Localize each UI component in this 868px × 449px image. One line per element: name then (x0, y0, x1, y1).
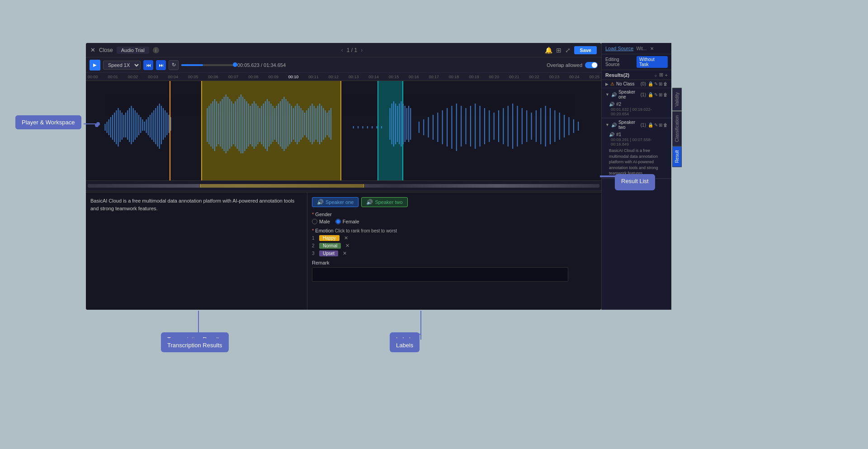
copy2-icon[interactable]: ⊞ (659, 81, 662, 86)
loop-button[interactable]: ↻ (169, 60, 179, 70)
speaker-two-wave-icon: 🔊 (611, 123, 617, 128)
svg-rect-119 (406, 108, 407, 140)
bell-icon[interactable]: 🔔 (545, 47, 552, 54)
svg-rect-70 (270, 104, 271, 144)
svg-rect-81 (291, 106, 292, 142)
male-option[interactable]: Male (312, 219, 330, 224)
delete2-icon[interactable]: 🗑 (663, 92, 668, 97)
item-1-icon: 🔊 (609, 132, 614, 137)
speaker-two-tab[interactable]: 🔊 Speaker two (361, 197, 407, 207)
result-item-2-header[interactable]: 🔊 #2 (609, 102, 668, 107)
svg-rect-0 (104, 124, 105, 131)
edit-icon[interactable]: ✎ (654, 81, 658, 86)
svg-rect-65 (261, 106, 262, 144)
transcription-text: BasicAI Cloud is a free multimodal data … (90, 197, 302, 212)
speaker-one-tab[interactable]: 🔊 Speaker one (312, 197, 359, 207)
edit3-icon[interactable]: ✎ (654, 123, 658, 128)
svg-rect-101 (329, 110, 330, 137)
result-group-speaker-two-header[interactable]: ▼ 🔊 Speaker two (1) 🔒 ✎ ⊞ 🗑 (602, 118, 671, 131)
copy-icon[interactable]: ⊞ (659, 72, 663, 78)
without-task-button[interactable]: Without Task (637, 56, 668, 68)
svg-rect-110 (390, 108, 391, 140)
tab-pill[interactable]: Audio Trial (117, 47, 149, 54)
skip-forward-button[interactable]: ⏭ (156, 60, 166, 70)
svg-rect-104 (358, 126, 359, 128)
delete-icon[interactable]: 🗑 (663, 81, 668, 86)
svg-rect-71 (272, 106, 273, 142)
play-button[interactable]: ▶ (90, 60, 100, 71)
add-icon[interactable]: + (665, 72, 668, 78)
svg-rect-125 (433, 115, 434, 140)
speaker-two-icon: 🔊 (366, 199, 373, 205)
svg-rect-55 (242, 97, 243, 153)
svg-rect-93 (314, 106, 315, 142)
svg-rect-37 (209, 106, 210, 144)
player-workspace-tooltip: Player & Workspace (15, 115, 81, 129)
svg-rect-121 (410, 108, 411, 140)
waveform-container[interactable]: 00:0000:0100:0200:03 00:0400:0500:0600:0… (86, 73, 601, 192)
svg-rect-9 (122, 113, 123, 140)
gender-field: * Gender Male Female (312, 212, 597, 224)
svg-rect-15 (133, 108, 134, 142)
sidebar-top: Load Source Wit... ✕ (602, 43, 671, 54)
remark-label: Remark (312, 260, 597, 265)
overlap-switch[interactable] (585, 62, 598, 68)
emotion-happy-remove[interactable]: ✕ (344, 235, 348, 241)
remark-input[interactable] (312, 267, 568, 282)
result-item-1-header[interactable]: 🔊 #1 (609, 132, 668, 137)
svg-rect-149 (545, 106, 546, 147)
speed-select[interactable]: Speed 1X (103, 61, 141, 70)
classification-tab[interactable]: Classification (672, 111, 682, 146)
expand-arrow-speaker-two: ▼ (605, 123, 609, 127)
svg-rect-113 (395, 104, 396, 144)
female-radio[interactable] (335, 219, 341, 224)
edit2-icon[interactable]: ✎ (654, 92, 658, 97)
timeline-ruler: 00:0000:0100:0200:03 00:0400:0500:0600:0… (86, 73, 601, 81)
window-icon[interactable]: ⊞ (556, 47, 561, 54)
result-tab[interactable]: Result (672, 146, 682, 167)
svg-rect-120 (408, 106, 409, 142)
svg-rect-69 (269, 101, 269, 147)
close-button[interactable]: Close (99, 47, 113, 53)
waveform-track[interactable] (86, 81, 601, 180)
lock3-icon: 🔒 (648, 123, 653, 128)
svg-rect-132 (465, 108, 466, 144)
emotion-happy[interactable]: Happy (319, 235, 340, 241)
result-group-speaker-two: ▼ 🔊 Speaker two (1) 🔒 ✎ ⊞ 🗑 🔊 #1 00:09.2… (602, 118, 671, 179)
svg-rect-14 (131, 106, 132, 144)
info-icon[interactable]: i (153, 47, 159, 53)
validity-tab[interactable]: Validity (672, 88, 682, 111)
svg-rect-2 (108, 119, 109, 135)
copy3-icon[interactable]: ⊞ (659, 92, 662, 97)
item-2-id: #2 (616, 102, 621, 107)
result-group-no-class-header[interactable]: ▶ ⚠ No Class (0) 🔒 ✎ ⊞ 🗑 (602, 80, 671, 88)
labels-tooltip: Labels (390, 338, 420, 352)
emotion-rows: 1 Happy ✕ 2 Normal ✕ 3 Upset ✕ (312, 235, 597, 256)
filter-icon[interactable]: ⬦ (654, 72, 657, 78)
emotion-num-2: 2 (312, 243, 316, 248)
mini-waveform[interactable] (86, 180, 601, 191)
emotion-normal-remove[interactable]: ✕ (345, 243, 349, 249)
delete3-icon[interactable]: 🗑 (663, 123, 668, 128)
save-button[interactable]: Save (574, 46, 597, 54)
progress-bar[interactable]: 00:05.623 / 01:34.654 (181, 62, 361, 68)
toggle-knob (592, 62, 597, 68)
skip-back-button[interactable]: ⏮ (143, 60, 153, 70)
copy4-icon[interactable]: ⊞ (659, 123, 662, 128)
fullscreen-icon[interactable]: ⤢ (565, 47, 571, 54)
svg-rect-77 (283, 97, 284, 151)
load-source-close[interactable]: ✕ (650, 46, 654, 51)
load-source-link[interactable]: Load Source (605, 46, 633, 51)
emotion-normal[interactable]: Normal (319, 243, 341, 249)
svg-rect-4 (112, 115, 113, 140)
male-radio[interactable] (312, 219, 317, 224)
result-group-speaker-one-header[interactable]: ▼ 🔊 Speaker one (1) 🔒 ✎ ⊞ 🗑 (602, 88, 671, 101)
female-option[interactable]: Female (335, 219, 359, 224)
labels-panel: 🔊 Speaker one 🔊 Speaker two * Gender (307, 193, 601, 310)
svg-rect-24 (150, 115, 151, 137)
emotion-upset[interactable]: Upset (319, 250, 338, 256)
svg-rect-74 (278, 104, 279, 144)
emotion-upset-remove[interactable]: ✕ (343, 250, 347, 256)
nav-prev-icon[interactable]: ‹ (341, 47, 343, 53)
nav-next-icon[interactable]: › (361, 47, 363, 53)
